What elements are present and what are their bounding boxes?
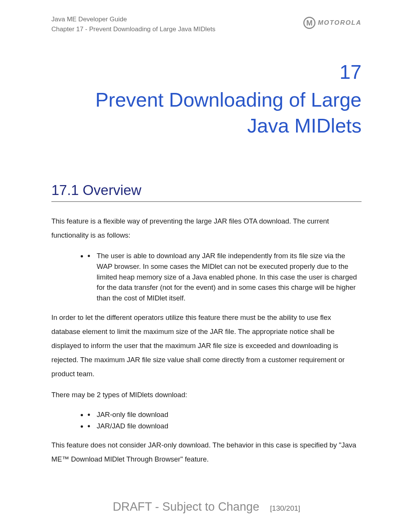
bullet-item: JAR-only file download (88, 409, 358, 420)
paragraph-2: In order to let the different operators … (51, 310, 362, 381)
bullet-item: The user is able to download any JAR fil… (88, 251, 358, 304)
motorola-logo-text: MOTOROLA (318, 19, 362, 27)
motorola-logo: MOTOROLA (303, 17, 362, 29)
header-text-block: Java ME Developer Guide Chapter 17 - Pre… (51, 14, 215, 34)
bullet-list-main: The user is able to download any JAR fil… (88, 251, 362, 304)
chapter-number: 17 (51, 61, 362, 83)
paragraph-3: There may be 2 types of MIDlets download… (51, 388, 362, 402)
document-page: Java ME Developer Guide Chapter 17 - Pre… (0, 0, 411, 532)
paragraph-4: This feature does not consider JAR-only … (51, 438, 362, 466)
section-heading: 17.1 Overview (51, 182, 362, 202)
page-header: Java ME Developer Guide Chapter 17 - Pre… (51, 14, 362, 34)
draft-notice: DRAFT - Subject to Change (113, 500, 259, 514)
guide-title: Java ME Developer Guide (51, 14, 215, 24)
page-number: [130/201] (270, 504, 300, 513)
intro-paragraph: This feature is a flexible way of preven… (51, 214, 362, 242)
chapter-breadcrumb: Chapter 17 - Prevent Downloading of Larg… (51, 24, 215, 34)
motorola-logo-icon (303, 17, 315, 29)
bullet-item: JAR/JAD file download (88, 421, 358, 431)
chapter-title: Prevent Downloading of Large Java MIDlet… (51, 87, 362, 139)
bullet-list-types: JAR-only file download JAR/JAD file down… (88, 409, 362, 431)
page-footer: DRAFT - Subject to Change [130/201] (51, 500, 362, 514)
